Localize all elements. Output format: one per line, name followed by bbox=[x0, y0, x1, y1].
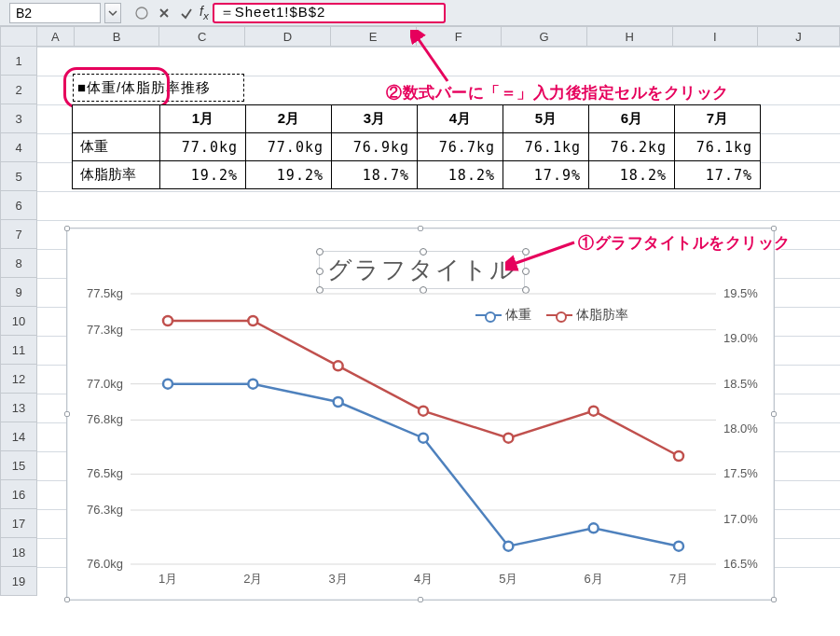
row-header-19[interactable]: 19 bbox=[0, 567, 37, 596]
svg-point-36 bbox=[163, 316, 172, 325]
name-box-value: B2 bbox=[16, 6, 32, 21]
b2-title-text: ■体重/体脂肪率推移 bbox=[77, 79, 211, 97]
col-header-G[interactable]: G bbox=[502, 26, 587, 47]
row-header-14[interactable]: 14 bbox=[0, 422, 37, 451]
col-header-B[interactable]: B bbox=[75, 26, 160, 47]
cancel-icon[interactable] bbox=[153, 3, 175, 23]
svg-text:76.0kg: 76.0kg bbox=[87, 557, 123, 571]
svg-point-41 bbox=[589, 407, 599, 416]
row-header-6[interactable]: 6 bbox=[0, 191, 37, 220]
col-header-H[interactable]: H bbox=[587, 26, 673, 47]
row-header-18[interactable]: 18 bbox=[0, 538, 37, 567]
name-box[interactable]: B2 bbox=[9, 3, 101, 23]
chart-title[interactable]: グラフタイトル bbox=[319, 251, 525, 289]
svg-point-34 bbox=[589, 523, 599, 532]
row-header-12[interactable]: 12 bbox=[0, 365, 37, 394]
row-header-5[interactable]: 5 bbox=[0, 162, 37, 191]
row-header-7[interactable]: 7 bbox=[0, 220, 37, 249]
svg-text:19.5%: 19.5% bbox=[723, 286, 758, 300]
col-header-F[interactable]: F bbox=[417, 26, 503, 47]
svg-point-0 bbox=[136, 7, 147, 19]
callout-formula-bar: ②数式バーに「＝」入力後指定セルをクリック bbox=[386, 82, 729, 104]
svg-point-39 bbox=[419, 407, 428, 416]
svg-text:5月: 5月 bbox=[499, 572, 517, 586]
svg-text:18.0%: 18.0% bbox=[723, 422, 758, 436]
row-header-1[interactable]: 1 bbox=[0, 47, 37, 76]
col-header-C[interactable]: C bbox=[159, 26, 245, 47]
row-header-17[interactable]: 17 bbox=[0, 509, 37, 538]
svg-point-32 bbox=[419, 434, 428, 443]
formula-bar: B2 fx ＝Sheet1!$B$2 bbox=[0, 0, 840, 26]
svg-point-30 bbox=[248, 380, 257, 389]
spreadsheet: ABCDEFGHIJ 12345678910111213141516171819… bbox=[0, 26, 840, 596]
svg-text:4月: 4月 bbox=[414, 572, 433, 586]
row-header-13[interactable]: 13 bbox=[0, 394, 37, 422]
svg-text:17.5%: 17.5% bbox=[723, 466, 758, 480]
formula-text: ＝Sheet1!$B$2 bbox=[220, 4, 326, 21]
svg-point-38 bbox=[334, 361, 343, 370]
row-header-11[interactable]: 11 bbox=[0, 336, 37, 365]
col-header-D[interactable]: D bbox=[245, 26, 331, 47]
svg-text:77.3kg: 77.3kg bbox=[87, 323, 123, 337]
svg-point-31 bbox=[334, 397, 343, 407]
row-header-3[interactable]: 3 bbox=[0, 104, 37, 133]
svg-text:1月: 1月 bbox=[158, 572, 177, 586]
formula-close-icon[interactable] bbox=[131, 3, 153, 23]
plot-area: 76.0kg76.3kg76.5kg76.8kg77.0kg77.3kg77.5… bbox=[131, 294, 716, 564]
select-all-corner[interactable] bbox=[0, 26, 37, 47]
row-header-2[interactable]: 2 bbox=[0, 76, 37, 104]
svg-text:77.0kg: 77.0kg bbox=[87, 377, 123, 391]
svg-text:16.5%: 16.5% bbox=[723, 557, 758, 571]
col-header-I[interactable]: I bbox=[673, 26, 759, 47]
svg-text:18.5%: 18.5% bbox=[723, 377, 758, 391]
row-cells[interactable] bbox=[37, 191, 840, 220]
plot-svg: 76.0kg76.3kg76.5kg76.8kg77.0kg77.3kg77.5… bbox=[131, 294, 716, 564]
svg-point-37 bbox=[248, 316, 257, 325]
row-header-16[interactable]: 16 bbox=[0, 480, 37, 509]
svg-text:2月: 2月 bbox=[243, 572, 262, 586]
svg-point-29 bbox=[163, 380, 172, 389]
row-header-8[interactable]: 8 bbox=[0, 249, 37, 278]
row-cells[interactable] bbox=[37, 47, 840, 76]
formula-input[interactable]: ＝Sheet1!$B$2 bbox=[213, 3, 446, 23]
svg-text:19.0%: 19.0% bbox=[723, 331, 758, 345]
svg-text:77.5kg: 77.5kg bbox=[87, 286, 123, 300]
svg-point-42 bbox=[674, 451, 683, 461]
svg-text:17.0%: 17.0% bbox=[723, 512, 758, 526]
row-header-10[interactable]: 10 bbox=[0, 307, 37, 336]
svg-point-35 bbox=[674, 542, 683, 551]
svg-text:7月: 7月 bbox=[669, 572, 688, 586]
col-header-E[interactable]: E bbox=[331, 26, 417, 47]
svg-point-33 bbox=[503, 542, 513, 551]
col-header-A[interactable]: A bbox=[37, 26, 75, 47]
svg-text:76.3kg: 76.3kg bbox=[87, 503, 123, 517]
data-table: 1月2月3月4月5月6月7月体重77.0kg77.0kg76.9kg76.7kg… bbox=[72, 104, 761, 189]
column-headers: ABCDEFGHIJ bbox=[0, 26, 840, 47]
fx-icon[interactable]: fx bbox=[198, 4, 213, 21]
enter-icon[interactable] bbox=[175, 3, 198, 23]
selected-cell-b2[interactable]: ■体重/体脂肪率推移 bbox=[73, 74, 244, 102]
svg-text:76.8kg: 76.8kg bbox=[87, 412, 123, 426]
row-header-4[interactable]: 4 bbox=[0, 133, 37, 162]
col-header-J[interactable]: J bbox=[758, 26, 840, 47]
chevron-down-icon bbox=[108, 8, 117, 18]
svg-text:6月: 6月 bbox=[585, 572, 603, 586]
callout-chart-title: ①グラフタイトルをクリック bbox=[578, 232, 791, 254]
svg-text:3月: 3月 bbox=[329, 572, 348, 586]
svg-text:76.5kg: 76.5kg bbox=[87, 466, 123, 480]
chart[interactable]: グラフタイトル 体重 体脂肪率 76.0kg76.3kg76.5kg76.8kg… bbox=[66, 228, 775, 601]
row-header-15[interactable]: 15 bbox=[0, 451, 37, 480]
name-box-dropdown[interactable] bbox=[104, 3, 121, 23]
chart-title-text: グラフタイトル bbox=[327, 256, 516, 283]
svg-point-40 bbox=[503, 434, 513, 443]
row-header-9[interactable]: 9 bbox=[0, 278, 37, 307]
